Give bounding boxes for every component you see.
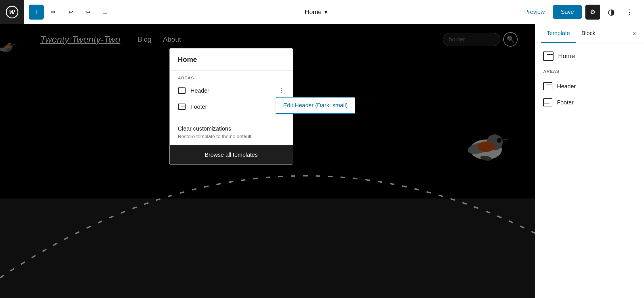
preview-button[interactable]: Preview (520, 6, 549, 18)
dropdown-clear-title: Clear customizations (178, 125, 285, 132)
dropdown-header-label: Header (190, 87, 274, 94)
sidebar: Template Block × Home AREAS Header Foote… (535, 24, 644, 298)
dropdown-divider (170, 117, 293, 117)
contrast-button[interactable]: ◑ (604, 5, 619, 20)
tab-template[interactable]: Template (541, 24, 576, 43)
footer-template-icon (178, 103, 186, 111)
wp-logo[interactable]: W (0, 0, 24, 24)
toolbar-left: + ✏ ↩ ↪ ☰ (29, 5, 113, 20)
dropdown-footer-label: Footer (190, 104, 285, 110)
header-template-icon (178, 87, 186, 95)
tab-block[interactable]: Block (576, 24, 601, 43)
list-view-button[interactable]: ☰ (98, 5, 113, 20)
edit-button[interactable]: ✏ (46, 5, 61, 20)
toolbar-right: Preview Save ⚙ ◑ ⋮ (520, 5, 637, 20)
sidebar-tabs: Template Block × (535, 24, 644, 43)
sidebar-footer-icon (543, 98, 552, 106)
save-button[interactable]: Save (553, 5, 582, 19)
sidebar-header-item[interactable]: Header (543, 78, 636, 94)
dropdown-browse-label: Browse all templates (205, 152, 258, 158)
redo-button[interactable]: ↪ (80, 5, 95, 20)
edit-header-tooltip[interactable]: Edit Header (Dark, small) (276, 97, 355, 114)
toolbar: W + ✏ ↩ ↪ ☰ Home ▾ Preview Save ⚙ ◑ ⋮ (0, 0, 644, 24)
dropdown-footer-item[interactable]: Footer (170, 99, 293, 115)
dropdown-header-dots[interactable]: ⋮ (278, 87, 285, 94)
dropdown-clear-desc: Restore template to theme default (178, 134, 285, 140)
wp-logo-icon: W (6, 6, 18, 18)
sidebar-footer-label: Footer (557, 99, 574, 106)
sidebar-header-icon (543, 82, 552, 90)
sidebar-template-row: Home (543, 51, 636, 61)
dropdown-areas-label: AREAS (170, 71, 293, 83)
footer-icon (178, 104, 186, 110)
page-title: Home (305, 8, 322, 16)
toolbar-center: Home ▾ (113, 8, 520, 16)
sidebar-template-icon (543, 51, 554, 61)
sidebar-header-label: Header (557, 83, 576, 90)
main: Twenty Twenty-Two Blog About 🔍 (0, 24, 644, 298)
header-icon (178, 87, 186, 94)
more-options-button[interactable]: ⋮ (622, 5, 637, 20)
chevron-down-icon: ▾ (324, 8, 327, 16)
dropdown-browse-footer[interactable]: Browse all templates (170, 145, 293, 165)
sidebar-areas-label: AREAS (543, 69, 636, 74)
sidebar-close-button[interactable]: × (630, 28, 638, 40)
sidebar-content: Home AREAS Header Footer (535, 43, 644, 298)
settings-button[interactable]: ⚙ (585, 5, 600, 20)
dropdown-panel: Home AREAS Header ⋮ Footer Clear customi… (169, 48, 293, 165)
dropdown-header-item[interactable]: Header ⋮ (170, 83, 293, 99)
edit-header-label: Edit Header (Dark, small) (283, 102, 348, 108)
sidebar-template-name: Home (558, 52, 575, 60)
dropdown-title: Home (170, 49, 293, 71)
undo-button[interactable]: ↩ (63, 5, 78, 20)
page-selector[interactable]: Home ▾ (305, 8, 328, 16)
sidebar-footer-item[interactable]: Footer (543, 94, 636, 110)
canvas: Twenty Twenty-Two Blog About 🔍 (0, 24, 535, 298)
add-block-button[interactable]: + (29, 5, 44, 20)
dropdown-clear-section: Clear customizations Restore template to… (170, 120, 293, 145)
